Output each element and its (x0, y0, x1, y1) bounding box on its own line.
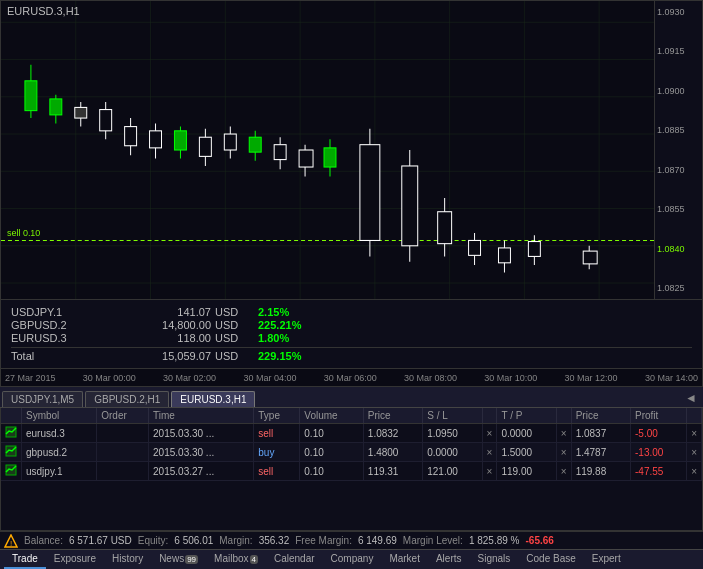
tab-eurusd[interactable]: EURUSD.3,H1 (171, 391, 255, 407)
chart-area: EURUSD.3,H1 (0, 0, 703, 300)
tab-codebase[interactable]: Code Base (518, 550, 583, 569)
col-sl-x (482, 408, 497, 424)
svg-text:sell 0.10: sell 0.10 (7, 228, 40, 238)
svg-rect-34 (224, 134, 236, 150)
balance-bar: ! Balance: 6 571.67 USD Equity: 6 506.01… (0, 531, 703, 549)
tab-news[interactable]: News99 (151, 550, 206, 569)
svg-rect-32 (199, 137, 211, 156)
svg-rect-36 (249, 137, 261, 152)
row-profit-usdjpy: -47.55 (631, 462, 687, 481)
summary-row-usdjpy: USDJPY.1 141.07 USD 2.15% (11, 306, 692, 318)
col-tp: T / P (497, 408, 556, 424)
row-sl-x-eurusd[interactable]: × (482, 424, 497, 443)
time-label-8: 30 Mar 14:00 (645, 373, 698, 383)
row-tp-x-eurusd[interactable]: × (556, 424, 571, 443)
summary-total-currency: USD (215, 350, 250, 362)
free-margin-label: Free Margin: (295, 535, 352, 546)
price-label-8: 1.0825 (657, 283, 700, 293)
chart-title: EURUSD.3,H1 (7, 5, 80, 17)
tab-expert[interactable]: Expert (584, 550, 629, 569)
summary-currency-1: USD (215, 306, 250, 318)
row-current-price-gbpusd: 1.4787 (571, 443, 630, 462)
row-close-eurusd[interactable]: × (687, 424, 702, 443)
margin-label: Margin: (219, 535, 252, 546)
row-price-eurusd: 1.0832 (363, 424, 422, 443)
summary-row-gbpusd: GBPUSD.2 14,800.00 USD 225.21% (11, 319, 692, 331)
svg-text:!: ! (10, 539, 12, 548)
row-sl-x-gbpusd[interactable]: × (482, 443, 497, 462)
row-close-gbpusd[interactable]: × (687, 443, 702, 462)
col-time: Time (149, 408, 254, 424)
price-label-6: 1.0855 (657, 204, 700, 214)
svg-rect-26 (125, 127, 137, 146)
row-icon-usdjpy (1, 462, 22, 481)
balance-label: Balance: (24, 535, 63, 546)
tab-trade[interactable]: Trade (4, 550, 46, 569)
tab-alerts[interactable]: Alerts (428, 550, 470, 569)
mailbox-badge: 4 (250, 555, 258, 564)
equity-value: 6 506.01 (174, 535, 213, 546)
row-close-usdjpy[interactable]: × (687, 462, 702, 481)
row-current-price-usdjpy: 119.88 (571, 462, 630, 481)
tab-market[interactable]: Market (381, 550, 428, 569)
row-order-usdjpy (97, 462, 149, 481)
summary-row-eurusd: EURUSD.3 118.00 USD 1.80% (11, 332, 692, 344)
row-tp-x-gbpusd[interactable]: × (556, 443, 571, 462)
row-sl-eurusd: 1.0950 (423, 424, 482, 443)
row-volume-eurusd: 0.10 (300, 424, 364, 443)
svg-rect-48 (438, 212, 452, 244)
svg-rect-22 (75, 107, 87, 118)
price-label-4: 1.0885 (657, 125, 700, 135)
table-header-row: Symbol Order Time Type Volume Price S / … (1, 408, 702, 424)
row-tp-gbpusd: 1.5000 (497, 443, 556, 462)
svg-rect-44 (360, 145, 380, 241)
tab-signals[interactable]: Signals (470, 550, 519, 569)
margin-value: 356.32 (259, 535, 290, 546)
balance-icon: ! (4, 534, 18, 548)
tab-company[interactable]: Company (323, 550, 382, 569)
price-label-2: 1.0915 (657, 46, 700, 56)
table-row: gbpusd.2 2015.03.30 ... buy 0.10 1.4800 … (1, 443, 702, 462)
row-type-gbpusd: buy (254, 443, 300, 462)
col-action (687, 408, 702, 424)
summary-currency-3: USD (215, 332, 250, 344)
scroll-right-arrow[interactable]: ◄ (681, 389, 701, 407)
main-container: EURUSD.3,H1 (0, 0, 703, 569)
row-profit-eurusd: -5.00 (631, 424, 687, 443)
table-row: usdjpy.1 2015.03.27 ... sell 0.10 119.31… (1, 462, 702, 481)
tab-mailbox[interactable]: Mailbox4 (206, 550, 266, 569)
row-type-eurusd: sell (254, 424, 300, 443)
summary-pct-2: 225.21% (258, 319, 301, 331)
tab-history[interactable]: History (104, 550, 151, 569)
svg-rect-30 (174, 131, 186, 150)
row-volume-gbpusd: 0.10 (300, 443, 364, 462)
balance-info: Balance: 6 571.67 USD Equity: 6 506.01 M… (18, 535, 699, 546)
balance-value: 6 571.67 USD (69, 535, 132, 546)
trade-table-container: Symbol Order Time Type Volume Price S / … (0, 408, 703, 531)
row-time-usdjpy: 2015.03.27 ... (149, 462, 254, 481)
news-badge: 99 (185, 555, 198, 564)
col-symbol: Symbol (22, 408, 97, 424)
row-tp-x-usdjpy[interactable]: × (556, 462, 571, 481)
row-symbol-gbpusd: gbpusd.2 (22, 443, 97, 462)
tab-usdjpy[interactable]: USDJPY.1,M5 (2, 391, 83, 407)
summary-symbol-3: EURUSD.3 (11, 332, 91, 344)
col-volume: Volume (300, 408, 364, 424)
svg-rect-46 (402, 166, 418, 246)
row-sl-gbpusd: 0.0000 (423, 443, 482, 462)
row-current-price-eurusd: 1.0837 (571, 424, 630, 443)
tab-exposure[interactable]: Exposure (46, 550, 104, 569)
summary-total-amount: 15,059.07 (91, 350, 211, 362)
total-profit-value: -65.66 (525, 535, 553, 546)
row-sl-x-usdjpy[interactable]: × (482, 462, 497, 481)
summary-total-row: Total 15,059.07 USD 229.15% (11, 347, 692, 362)
tab-gbpusd[interactable]: GBPUSD.2,H1 (85, 391, 169, 407)
svg-rect-24 (100, 110, 112, 131)
trade-table: Symbol Order Time Type Volume Price S / … (1, 408, 702, 481)
row-symbol-eurusd: eurusd.3 (22, 424, 97, 443)
col-tp-x (556, 408, 571, 424)
col-profit: Profit (631, 408, 687, 424)
tab-calendar[interactable]: Calendar (266, 550, 323, 569)
summary-symbol-1: USDJPY.1 (11, 306, 91, 318)
col-order: Order (97, 408, 149, 424)
